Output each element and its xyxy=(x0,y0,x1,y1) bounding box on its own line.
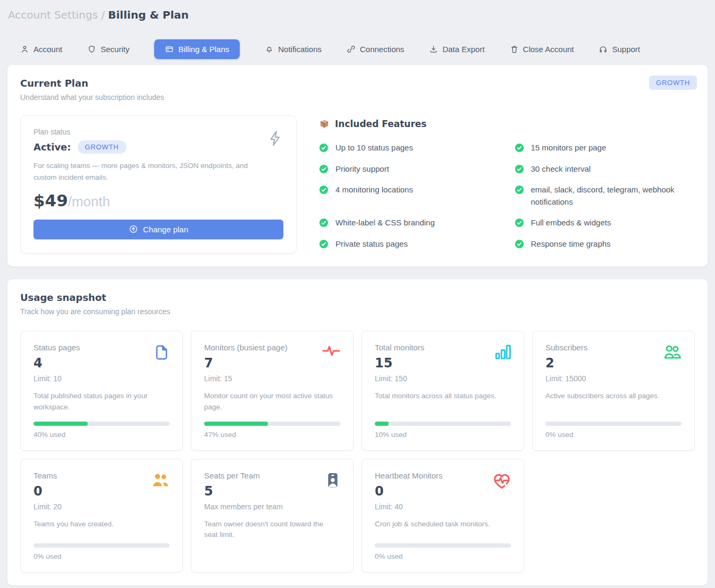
usage-grid: Status pages 4 Limit: 10 Total published… xyxy=(20,331,695,573)
usage-card-limit: Limit: 10 xyxy=(33,374,170,383)
plan-description: For scaling teams — more pages & monitor… xyxy=(33,160,257,183)
tab-label: Notifications xyxy=(278,45,322,54)
feature-label: Priority support xyxy=(335,163,389,175)
check-circle-icon xyxy=(515,218,524,228)
usage-card-limit: Limit: 20 xyxy=(33,502,170,511)
usage-card-description: Cron job & scheduled task monitors. xyxy=(375,519,511,530)
tab-connections[interactable]: Connections xyxy=(347,45,404,54)
usage-progress-fill xyxy=(33,422,88,426)
usage-card-seats-per-team: Seats per Team 5 Max members per team Te… xyxy=(191,459,354,573)
tab-account[interactable]: Account xyxy=(20,45,62,54)
check-circle-icon xyxy=(319,164,329,174)
usage-progress-track xyxy=(33,543,170,548)
usage-card-limit: Limit: 15000 xyxy=(545,374,682,383)
usage-snapshot-section: Usage snapshot Track how you are consumi… xyxy=(7,279,708,586)
credit-card-icon xyxy=(165,45,174,54)
usage-card-description: Total monitors across all status pages. xyxy=(375,391,511,402)
plan-name-pill: GROWTH xyxy=(78,140,127,154)
usage-card-description: Teams you have created. xyxy=(33,519,170,530)
usage-card-monitors-busiest: Monitors (busiest page) 7 Limit: 15 Moni… xyxy=(191,331,354,451)
usage-card-title: Status pages xyxy=(33,343,170,352)
usage-card-title: Teams xyxy=(33,471,170,480)
feature-item: 4 monitoring locations xyxy=(319,184,500,208)
tab-security[interactable]: Security xyxy=(87,45,129,54)
current-plan-title: Current Plan xyxy=(20,78,695,89)
plan-price-amount: $49 xyxy=(33,191,68,210)
usage-title: Usage snapshot xyxy=(20,292,695,303)
feature-item: Priority support xyxy=(319,163,500,175)
usage-progress-track xyxy=(375,543,511,548)
feature-item: 15 monitors per page xyxy=(515,142,695,154)
plan-status-card: Plan status Active: GROWTH For scaling t… xyxy=(20,115,297,254)
check-circle-icon xyxy=(515,185,524,195)
usage-percent-label: 0% used xyxy=(375,552,511,560)
package-icon xyxy=(319,119,330,129)
file-icon xyxy=(153,343,171,364)
included-features: Included Features Up to 10 status pages … xyxy=(319,115,695,250)
trash-icon xyxy=(510,45,519,54)
tab-close-account[interactable]: Close Account xyxy=(510,45,574,54)
lightning-icon xyxy=(266,129,283,150)
change-plan-label: Change plan xyxy=(143,225,188,234)
feature-item: email, slack, discord, telegram, webhook… xyxy=(515,184,695,208)
tab-data-export[interactable]: Data Export xyxy=(429,45,484,54)
usage-card-description: Active subscribers across all pages. xyxy=(545,391,682,402)
feature-label: 30 check interval xyxy=(531,163,591,175)
tab-label: Security xyxy=(100,45,129,54)
link-icon xyxy=(347,45,356,54)
feature-label: Up to 10 status pages xyxy=(335,142,413,154)
tab-label: Connections xyxy=(360,45,404,54)
arrow-up-circle-icon xyxy=(129,224,138,234)
feature-item: Full embeds & widgets xyxy=(515,217,695,229)
feature-label: 4 monitoring locations xyxy=(335,184,413,196)
feature-item: Private status pages xyxy=(319,238,500,250)
tab-notifications[interactable]: Notifications xyxy=(265,45,322,54)
tab-billing-plans[interactable]: Billing & Plans xyxy=(154,39,240,59)
shield-icon xyxy=(87,45,96,54)
check-circle-icon xyxy=(319,218,329,228)
person-icon xyxy=(20,45,29,54)
plan-status-label: Plan status xyxy=(33,128,283,136)
feature-label: 15 monitors per page xyxy=(531,142,607,154)
check-circle-icon xyxy=(319,185,329,195)
usage-card-value: 7 xyxy=(204,356,340,371)
users-filled-icon xyxy=(150,471,171,491)
breadcrumb: Account Settings /Billing & Plan xyxy=(7,0,708,21)
usage-percent-label: 10% used xyxy=(375,431,511,439)
usage-card-title: Total monitors xyxy=(375,343,511,352)
usage-card-heartbeat-monitors: Heartbeat Monitors 0 Limit: 40 Cron job … xyxy=(361,459,524,573)
download-icon xyxy=(429,45,438,54)
check-circle-icon xyxy=(319,143,329,153)
usage-card-value: 4 xyxy=(33,356,170,371)
feature-label: Full embeds & widgets xyxy=(531,217,611,229)
headphones-icon xyxy=(599,45,608,54)
change-plan-button[interactable]: Change plan xyxy=(33,220,283,239)
page-title: Billing & Plan xyxy=(108,9,189,21)
current-plan-subtitle: Understand what your subscription includ… xyxy=(20,93,695,102)
plan-price-period: /month xyxy=(68,194,111,209)
settings-tab-bar: Account Security Billing & Plans Notific… xyxy=(20,39,708,59)
usage-percent-label: 0% used xyxy=(33,552,170,560)
usage-card-description: Team owner doesn't count toward the seat… xyxy=(204,519,340,541)
feature-label: White-label & CSS branding xyxy=(335,217,435,229)
usage-card-value: 2 xyxy=(545,356,682,371)
usage-percent-label: 47% used xyxy=(204,431,340,439)
usage-card-limit: Max members per team xyxy=(204,502,340,511)
feature-label: Private status pages xyxy=(335,238,408,250)
tab-support[interactable]: Support xyxy=(599,45,640,54)
usage-card-value: 0 xyxy=(375,484,511,499)
usage-card-teams: Teams 0 Limit: 20 Teams you have created… xyxy=(20,459,183,573)
usage-progress-track xyxy=(545,422,682,426)
usage-card-description: Monitor count on your most active status… xyxy=(204,391,340,413)
included-features-header: Included Features xyxy=(319,119,695,129)
bar-chart-icon xyxy=(494,343,512,363)
usage-progress-track xyxy=(375,422,511,426)
check-circle-icon xyxy=(515,143,524,153)
breadcrumb-prefix: Account Settings / xyxy=(8,9,105,21)
billing-plan-page: Account Settings /Billing & Plan Account… xyxy=(0,0,715,586)
usage-subtitle: Track how you are consuming plan resourc… xyxy=(20,307,695,316)
usage-card-total-monitors: Total monitors 15 Limit: 150 Total monit… xyxy=(361,331,524,451)
usage-card-value: 5 xyxy=(204,484,340,499)
feature-item: Up to 10 status pages xyxy=(319,142,500,154)
pulse-icon xyxy=(321,343,341,361)
